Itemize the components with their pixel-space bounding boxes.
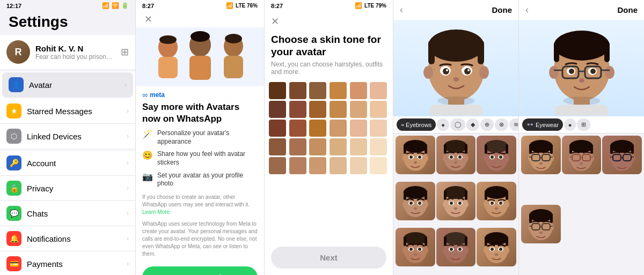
back-button-2[interactable]: ‹: [525, 4, 529, 16]
promo-features: 🪄 Personalize your avatar's appearance 😊…: [136, 129, 264, 188]
skin-swatch[interactable]: [350, 138, 367, 155]
eyebrows-tool[interactable]: ≈ Eyebrows: [397, 118, 436, 131]
tool-x[interactable]: ⊗: [495, 118, 508, 131]
eyebrow-option[interactable]: [436, 182, 476, 220]
skin-swatch[interactable]: [289, 101, 306, 118]
tool-circle[interactable]: ◯: [450, 118, 465, 131]
svg-point-114: [485, 232, 508, 245]
settings-item-linked[interactable]: ⬡ Linked Devices ›: [0, 124, 135, 148]
eyebrow-option[interactable]: [396, 182, 435, 220]
skin-swatch[interactable]: [330, 120, 347, 137]
eyebrow-option[interactable]: [477, 136, 516, 174]
svg-point-19: [443, 68, 449, 75]
svg-point-26: [404, 140, 427, 153]
profile-card[interactable]: R Rohit K. V. N Fear can hold you prison…: [0, 35, 135, 69]
skin-swatch[interactable]: [289, 138, 306, 155]
skin-swatch[interactable]: [350, 120, 367, 137]
account-icon: 🔑: [6, 155, 21, 170]
skin-swatch[interactable]: [309, 157, 326, 174]
eyewear-option[interactable]: [521, 136, 561, 174]
eyewear-tool-2[interactable]: ●: [564, 118, 576, 131]
svg-rect-94: [425, 236, 427, 246]
eyebrow-option[interactable]: [396, 136, 435, 174]
back-button-1[interactable]: ‹: [400, 4, 403, 16]
svg-point-123: [495, 254, 498, 256]
eyebrow-option[interactable]: [477, 228, 516, 266]
eyewear-option[interactable]: [602, 136, 642, 174]
time-1: 12:17: [6, 3, 21, 9]
skin-swatch[interactable]: [370, 157, 387, 174]
next-button[interactable]: Next: [271, 247, 386, 269]
skin-swatch[interactable]: [330, 157, 347, 174]
skin-swatch[interactable]: [350, 101, 367, 118]
done-button-2[interactable]: Done: [618, 5, 638, 14]
skin-swatch[interactable]: [309, 120, 326, 137]
skin-swatch[interactable]: [289, 120, 306, 137]
linked-label: Linked Devices: [27, 132, 121, 141]
svg-point-52: [505, 155, 509, 161]
svg-point-35: [414, 161, 417, 164]
tool-lines[interactable]: ≋: [509, 118, 518, 131]
svg-point-66: [409, 202, 413, 205]
svg-point-141: [579, 78, 584, 83]
eyebrow-option[interactable]: [436, 136, 476, 174]
done-button-1[interactable]: Done: [492, 5, 513, 14]
svg-point-95: [402, 247, 407, 254]
skin-swatch[interactable]: [370, 138, 387, 155]
payments-label: Payments: [27, 259, 121, 269]
svg-point-73: [443, 201, 447, 207]
skin-swatch[interactable]: [330, 82, 347, 99]
eyebrow-option[interactable]: [436, 228, 476, 266]
eyewear-editor-panel: ‹ Done: [518, 0, 644, 275]
settings-item-notifications[interactable]: 🔔 Notifications ›: [0, 226, 135, 251]
eyewear-option[interactable]: [521, 205, 561, 243]
skin-swatch[interactable]: [269, 157, 286, 174]
svg-point-180: [529, 209, 553, 222]
skin-swatch[interactable]: [269, 101, 286, 118]
skin-swatch[interactable]: [370, 82, 387, 99]
svg-point-68: [414, 207, 417, 210]
eyewear-icon: 👓: [526, 121, 534, 128]
skin-swatch[interactable]: [289, 82, 306, 99]
tool-plus[interactable]: ⊕: [480, 118, 494, 131]
learn-more-link[interactable]: Learn More.: [142, 209, 171, 215]
avatar-icon: 👤: [9, 77, 24, 92]
settings-item-payments[interactable]: 💳 Payments ›: [0, 251, 135, 275]
skin-swatch[interactable]: [309, 138, 326, 155]
skin-swatch[interactable]: [289, 157, 306, 174]
eyebrow-option[interactable]: [396, 228, 435, 266]
eyewear-tool-3[interactable]: ⊞: [577, 118, 590, 131]
tools-strip-2: 👓 Eyewear ● ⊞: [519, 116, 644, 133]
linked-icon: ⬡: [6, 129, 21, 144]
svg-point-107: [464, 247, 469, 254]
status-icons-3: 📶 LTE 79%: [355, 2, 386, 9]
skin-swatch[interactable]: [350, 157, 367, 174]
skin-swatch[interactable]: [309, 101, 326, 118]
settings-item-starred[interactable]: ★ Starred Messages ›: [0, 99, 135, 124]
skin-swatch[interactable]: [269, 82, 286, 99]
skin-swatch[interactable]: [350, 82, 367, 99]
skin-swatch[interactable]: [370, 101, 387, 118]
svg-point-100: [418, 248, 421, 251]
skin-swatch[interactable]: [330, 101, 347, 118]
status-bar-2: 8:27 📶 LTE 76%: [136, 0, 264, 11]
close-button-2[interactable]: ✕: [140, 12, 157, 27]
skin-swatch[interactable]: [330, 138, 347, 155]
eyewear-tool[interactable]: 👓 Eyewear: [522, 118, 563, 131]
tool-diamond[interactable]: ◆: [466, 118, 479, 131]
skin-swatch[interactable]: [370, 120, 387, 137]
get-started-button[interactable]: Get started: [142, 266, 258, 275]
svg-point-48: [485, 140, 508, 153]
settings-item-account[interactable]: 🔑 Account ›: [0, 151, 135, 176]
personalize-text: Personalize your avatar's appearance: [157, 129, 258, 146]
settings-item-avatar[interactable]: 👤 Avatar ›: [2, 72, 133, 98]
skin-swatch[interactable]: [309, 82, 326, 99]
eyebrow-option[interactable]: [477, 182, 516, 220]
skin-swatch[interactable]: [269, 138, 286, 155]
eyewear-option[interactable]: [562, 136, 602, 174]
settings-item-chats[interactable]: 💬 Chats ›: [0, 201, 135, 226]
settings-item-privacy[interactable]: 🔒 Privacy ›: [0, 176, 135, 201]
skin-swatch[interactable]: [269, 120, 286, 137]
close-button-3[interactable]: ✕: [271, 16, 279, 27]
tool-face[interactable]: ●: [437, 118, 449, 131]
